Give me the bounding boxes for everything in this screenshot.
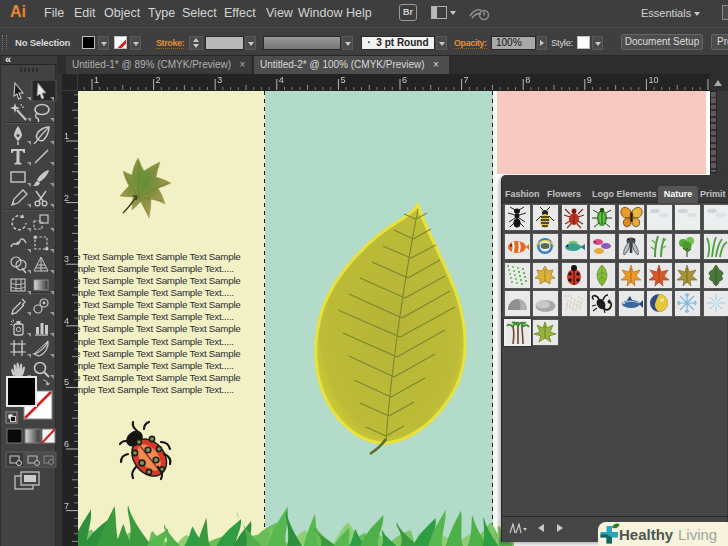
svg-text:2: 2 — [156, 75, 161, 85]
svg-text:5: 5 — [64, 377, 69, 387]
svg-text:7: 7 — [64, 501, 69, 511]
svg-text:10: 10 — [648, 75, 658, 85]
svg-text:Healthy: Healthy — [619, 526, 674, 543]
svg-text:5: 5 — [340, 75, 345, 85]
svg-text:4: 4 — [279, 75, 284, 85]
svg-text:8: 8 — [525, 75, 530, 85]
svg-text:Living: Living — [678, 526, 717, 543]
svg-text:7: 7 — [464, 75, 469, 85]
svg-text:6: 6 — [402, 75, 407, 85]
svg-text:3: 3 — [217, 75, 222, 85]
svg-text:3: 3 — [64, 254, 69, 264]
svg-text:9: 9 — [587, 75, 592, 85]
svg-text:2: 2 — [64, 193, 69, 203]
svg-text:6: 6 — [64, 439, 69, 449]
svg-text:1: 1 — [64, 131, 69, 141]
svg-text:1: 1 — [94, 75, 99, 85]
svg-text:4: 4 — [64, 316, 69, 326]
